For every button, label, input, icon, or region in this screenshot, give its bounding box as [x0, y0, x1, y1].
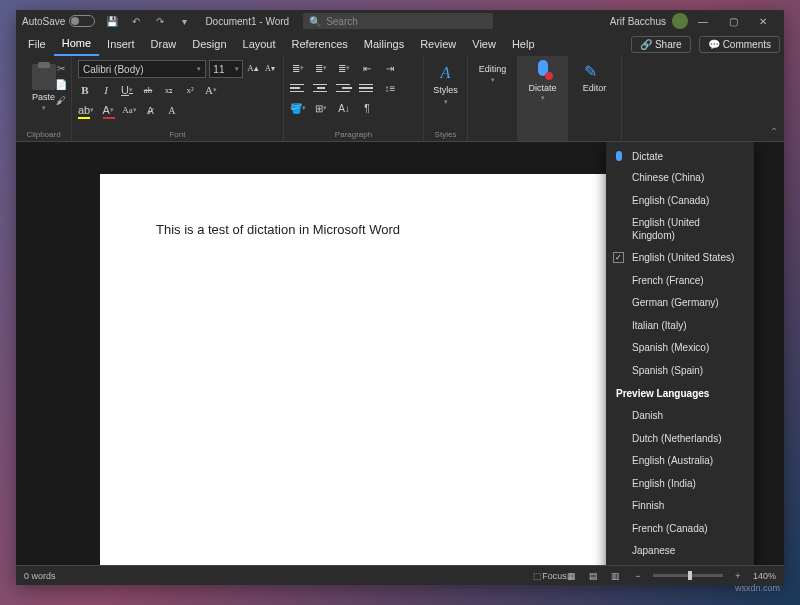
align-center-button[interactable]	[313, 80, 329, 96]
dictate-preview-language-option[interactable]: English (Australia)	[606, 450, 754, 473]
tab-review[interactable]: Review	[412, 32, 464, 56]
save-icon[interactable]: 💾	[105, 14, 119, 28]
zoom-out-button[interactable]: −	[631, 569, 645, 583]
grow-font-button[interactable]: A▴	[246, 60, 260, 76]
dictate-preview-language-option[interactable]: Finnish	[606, 495, 754, 518]
user-name: Arif Bacchus	[610, 16, 666, 27]
tab-layout[interactable]: Layout	[235, 32, 284, 56]
align-left-button[interactable]	[290, 80, 306, 96]
superscript-button[interactable]: x²	[183, 82, 197, 98]
borders-button[interactable]: ⊞▾	[313, 100, 329, 116]
shrink-font-button[interactable]: A▾	[263, 60, 277, 76]
cut-icon[interactable]: ✂	[55, 62, 67, 74]
chevron-down-icon: ▾	[444, 98, 448, 106]
dictate-language-option[interactable]: Chinese (China)	[606, 167, 754, 190]
multilevel-button[interactable]: ≣▾	[336, 60, 352, 76]
bullets-button[interactable]: ≣▾	[290, 60, 306, 76]
text-effects-button[interactable]: A▾	[204, 82, 218, 98]
collapse-ribbon-button[interactable]: ⌃	[770, 126, 778, 137]
tab-mailings[interactable]: Mailings	[356, 32, 412, 56]
search-input[interactable]: 🔍 Search	[303, 13, 493, 29]
paragraph-group: ≣▾ ≣▾ ≣▾ ⇤ ⇥ ↕≡ 🪣▾ ⊞▾ A↓ ¶ Paragraph	[284, 56, 424, 141]
titlebar: AutoSave 💾 ↶ ↷ ▾ Document1 - Word 🔍 Sear…	[16, 10, 784, 32]
dictate-preview-language-option[interactable]: Danish	[606, 405, 754, 428]
editing-group[interactable]: Editing▾	[468, 56, 518, 141]
styles-group[interactable]: A Styles ▾ Styles	[424, 56, 468, 141]
user-account[interactable]: Arif Bacchus	[610, 13, 688, 29]
italic-button[interactable]: I	[99, 82, 113, 98]
numbering-button[interactable]: ≣▾	[313, 60, 329, 76]
autosave-label: AutoSave	[22, 16, 65, 27]
comments-button[interactable]: 💬Comments	[699, 36, 780, 53]
avatar	[672, 13, 688, 29]
clear-formatting-button[interactable]: A̷	[144, 102, 158, 118]
share-button[interactable]: 🔗Share	[631, 36, 691, 53]
sort-button[interactable]: A↓	[336, 100, 352, 116]
align-right-button[interactable]	[336, 80, 352, 96]
tab-home[interactable]: Home	[54, 32, 99, 56]
dictate-language-option[interactable]: Spanish (Mexico)	[606, 337, 754, 360]
dictate-language-option[interactable]: English (Canada)	[606, 190, 754, 213]
tab-help[interactable]: Help	[504, 32, 543, 56]
tab-references[interactable]: References	[284, 32, 356, 56]
dictate-preview-language-option[interactable]: Japanese	[606, 540, 754, 563]
maximize-button[interactable]: ▢	[718, 10, 748, 32]
character-shading-button[interactable]: A	[165, 102, 179, 118]
editor-icon: ✎	[584, 62, 606, 84]
dictate-language-option[interactable]: Spanish (Spain)	[606, 360, 754, 383]
copy-icon[interactable]: 📄	[55, 78, 67, 90]
web-layout-button[interactable]: ▥	[609, 569, 623, 583]
format-painter-icon[interactable]: 🖌	[55, 94, 67, 106]
qat-more-icon[interactable]: ▾	[177, 14, 191, 28]
dictate-preview-language-option[interactable]: English (India)	[606, 473, 754, 496]
tab-view[interactable]: View	[464, 32, 504, 56]
dictate-language-option[interactable]: German (Germany)	[606, 292, 754, 315]
tab-draw[interactable]: Draw	[143, 32, 185, 56]
microphone-icon	[533, 60, 553, 84]
tab-design[interactable]: Design	[184, 32, 234, 56]
show-marks-button[interactable]: ¶	[359, 100, 375, 116]
editor-button[interactable]: ✎ Editor	[568, 56, 622, 141]
print-layout-button[interactable]: ▤	[587, 569, 601, 583]
tab-file[interactable]: File	[20, 32, 54, 56]
minimize-button[interactable]: —	[688, 10, 718, 32]
bold-button[interactable]: B	[78, 82, 92, 98]
autosave-toggle[interactable]: AutoSave	[22, 15, 95, 27]
change-case-button[interactable]: Aa▾	[122, 102, 137, 118]
chevron-down-icon: ▾	[491, 76, 495, 84]
dictate-language-option[interactable]: French (France)	[606, 270, 754, 293]
zoom-slider[interactable]	[653, 574, 723, 577]
highlight-button[interactable]: ab▾	[78, 102, 94, 118]
dictate-preview-language-option[interactable]: French (Canada)	[606, 518, 754, 541]
document-canvas[interactable]: This is a test of dictation in Microsoft…	[16, 142, 784, 565]
undo-icon[interactable]: ↶	[129, 14, 143, 28]
tab-insert[interactable]: Insert	[99, 32, 143, 56]
underline-button[interactable]: U▾	[120, 82, 134, 98]
shading-button[interactable]: 🪣▾	[290, 100, 306, 116]
dictate-preview-language-option[interactable]: Dutch (Netherlands)	[606, 428, 754, 451]
chevron-down-icon: ▾	[197, 65, 201, 73]
zoom-level[interactable]: 140%	[753, 571, 776, 581]
strikethrough-button[interactable]: ab	[141, 82, 155, 98]
read-mode-button[interactable]: ▦	[565, 569, 579, 583]
font-name-dropdown[interactable]: Calibri (Body)▾	[78, 60, 206, 78]
dictate-language-option[interactable]: English (United Kingdom)	[606, 212, 754, 247]
subscript-button[interactable]: x₂	[162, 82, 176, 98]
increase-indent-button[interactable]: ⇥	[382, 60, 398, 76]
dictate-button[interactable]: Dictate ▾	[518, 56, 568, 141]
dictate-language-option[interactable]: English (United States)✓	[606, 247, 754, 270]
font-size-dropdown[interactable]: 11▾	[209, 60, 243, 78]
line-spacing-button[interactable]: ↕≡	[382, 80, 398, 96]
close-button[interactable]: ✕	[748, 10, 778, 32]
focus-mode-button[interactable]: ⬚ Focus	[543, 569, 557, 583]
justify-button[interactable]	[359, 80, 375, 96]
dictate-menu-header[interactable]: Dictate	[606, 146, 754, 167]
zoom-in-button[interactable]: +	[731, 569, 745, 583]
status-bar: 0 words ⬚ Focus ▦ ▤ ▥ − + 140%	[16, 565, 784, 585]
dictate-preview-language-option[interactable]: Norwegian (Bokmål)	[606, 563, 754, 566]
redo-icon[interactable]: ↷	[153, 14, 167, 28]
font-color-button[interactable]: A▾	[101, 102, 115, 118]
decrease-indent-button[interactable]: ⇤	[359, 60, 375, 76]
word-count[interactable]: 0 words	[24, 571, 56, 581]
dictate-language-option[interactable]: Italian (Italy)	[606, 315, 754, 338]
